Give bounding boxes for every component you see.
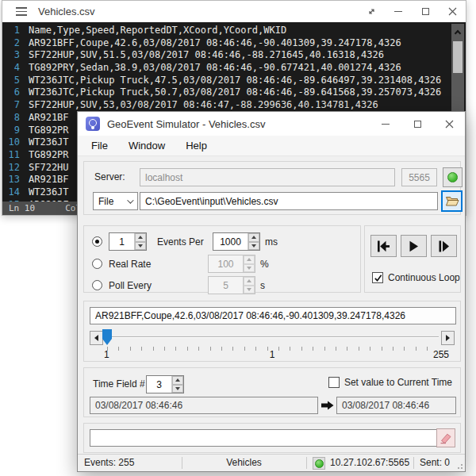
real-rate-spinner[interactable]: 100 [208, 255, 255, 273]
step-forward-icon [438, 240, 450, 252]
fixed-rate-row: 1 Events Per 1000 ms [92, 232, 278, 251]
mapped-time-input[interactable]: 03/08/2017 08:46:46 [336, 397, 456, 414]
csv-line: 2AR921BFF,Coupe,42.6,03/08/2017 08:46:46… [2, 37, 466, 50]
maximize-icon[interactable] [401, 112, 433, 136]
statusbar-divider [306, 457, 307, 469]
events-count-status: Events: 255 [84, 457, 134, 468]
progress-group [83, 423, 461, 453]
preview-group: AR921BFF,Coupe,42.6,03/08/2017 08:46:46,… [83, 301, 461, 362]
poll-label: Poll Every [109, 280, 208, 291]
current-event-input[interactable]: AR921BFF,Coupe,42.6,03/08/2017 08:46:46,… [90, 307, 456, 324]
spin-down-icon[interactable] [248, 242, 259, 251]
real-rate-radio[interactable] [92, 259, 102, 269]
line-text: AR921BFF,Coupe,42.6,03/08/2017 08:46:46,… [29, 37, 401, 50]
connection-led-icon [447, 172, 458, 182]
spin-down-icon[interactable] [244, 264, 255, 273]
time-map-arrow-icon [321, 400, 334, 411]
spin-up-icon[interactable] [244, 277, 255, 286]
line-number: 14 [2, 186, 20, 199]
poll-row: Poll Every 5 s [92, 276, 265, 294]
file-path-input[interactable]: C:\GeoEvent\input\Vehicles.csv [140, 192, 438, 210]
line-text: WT236JTC,Pickup Truck,50.7,03/08/2017 08… [29, 86, 441, 99]
spin-down-icon[interactable] [172, 385, 183, 393]
simulator-window-title: GeoEvent Simulator - Vehicles.csv [107, 118, 265, 130]
spin-up-icon[interactable] [244, 255, 255, 264]
real-rate-unit-label: % [260, 259, 269, 270]
maximize-icon[interactable] [412, 1, 439, 22]
spin-up-icon[interactable] [135, 233, 146, 242]
scroll-up-icon[interactable] [451, 27, 464, 36]
continuous-loop-checkbox[interactable] [372, 272, 383, 283]
geoevent-simulator-window: GeoEvent Simulator - Vehicles.csv File W… [77, 111, 466, 472]
menu-window[interactable]: Window [118, 136, 175, 155]
time-field-spinner[interactable]: 3 [146, 375, 184, 393]
close-icon[interactable] [439, 1, 466, 22]
line-number: 5 [2, 75, 20, 87]
spin-down-icon[interactable] [135, 242, 146, 251]
resize-grip[interactable] [455, 462, 463, 470]
skip-to-start-button[interactable] [370, 235, 397, 257]
spin-up-icon[interactable] [248, 233, 259, 242]
line-number: 8 [2, 112, 20, 125]
interval-spinner[interactable]: 1000 [213, 232, 260, 251]
events-per-label: Events Per [157, 236, 205, 248]
line-text: WT236JT [29, 136, 69, 149]
folder-open-icon [445, 195, 459, 207]
menu-file[interactable]: File [81, 136, 118, 155]
endpoint-status: 10.27.102.67:5565 [330, 457, 409, 468]
browse-file-button[interactable] [441, 190, 463, 212]
event-count-spinner[interactable]: 1 [109, 232, 147, 251]
editor-titlebar: Vehicles.csv [2, 1, 466, 22]
spin-up-icon[interactable] [172, 376, 183, 385]
play-button[interactable] [401, 235, 427, 257]
server-host-input[interactable]: localhost [140, 168, 395, 186]
poll-spinner[interactable]: 5 [208, 276, 255, 294]
line-text: SF722HUP,SUV,53,03/08/2017 08:46:47,-88.… [29, 99, 378, 112]
real-rate-label: Real Rate [109, 259, 208, 270]
rate-group: 1 Events Per 1000 ms Real Rate 100 % [83, 225, 361, 293]
step-forward-button[interactable] [431, 235, 457, 257]
expand-icon[interactable] [358, 1, 385, 22]
csv-line: 1Name,Type,Speed,ReportedDT,XCoord,YCoor… [2, 25, 466, 37]
left-arrow-icon [94, 335, 98, 341]
line-number: 12 [2, 162, 20, 175]
line-text: SF722HUP,SUV,51.5,03/08/2017 08:46:46,-8… [29, 49, 384, 62]
time-field-label: Time Field # [93, 378, 145, 390]
event-slider-thumb[interactable] [102, 329, 112, 345]
minimize-icon[interactable] [385, 1, 412, 22]
line-number: 10 [2, 136, 20, 149]
fixed-rate-radio[interactable] [92, 236, 102, 247]
line-text: TG892PR [29, 149, 69, 162]
playback-group: Continuous Loop [364, 225, 461, 293]
connection-status-led [313, 457, 325, 470]
event-time-input[interactable]: 03/08/2017 08:46:46 [90, 397, 318, 414]
minimize-icon[interactable] [370, 112, 401, 136]
green-led-icon [315, 459, 324, 468]
play-icon [408, 240, 420, 252]
simulator-statusbar: Events: 255 Vehicles 10.27.102.67:5565 S… [78, 454, 465, 471]
source-type-select[interactable]: File [93, 192, 138, 210]
clear-button[interactable] [436, 428, 455, 447]
close-icon[interactable] [433, 112, 465, 136]
spin-down-icon[interactable] [244, 286, 255, 294]
menu-help[interactable]: Help [175, 136, 217, 155]
line-text: TG892PR [29, 125, 69, 137]
eraser-icon [440, 432, 452, 444]
scrollbar-thumb[interactable] [453, 41, 463, 73]
set-current-time-checkbox[interactable] [328, 377, 340, 388]
server-port-input[interactable]: 5565 [401, 168, 437, 186]
line-number: 13 [2, 174, 20, 186]
event-slider-track[interactable] [106, 336, 439, 338]
connect-button[interactable] [443, 167, 463, 187]
real-rate-row: Real Rate 100 % [92, 255, 269, 273]
csv-line: 3SF722HUP,SUV,51.5,03/08/2017 08:46:46,-… [2, 49, 466, 62]
slider-left-button[interactable] [90, 331, 103, 345]
menu-hamburger-icon[interactable] [16, 7, 27, 15]
line-number: 11 [2, 149, 20, 162]
set-current-time-row: Set value to Current Time [328, 377, 452, 388]
statusbar-divider [413, 457, 414, 469]
slider-right-button[interactable] [441, 331, 455, 345]
server-group: Server: localhost 5565 File C:\GeoEvent\… [83, 161, 461, 215]
poll-radio[interactable] [92, 280, 102, 290]
playback-buttons [370, 235, 457, 257]
